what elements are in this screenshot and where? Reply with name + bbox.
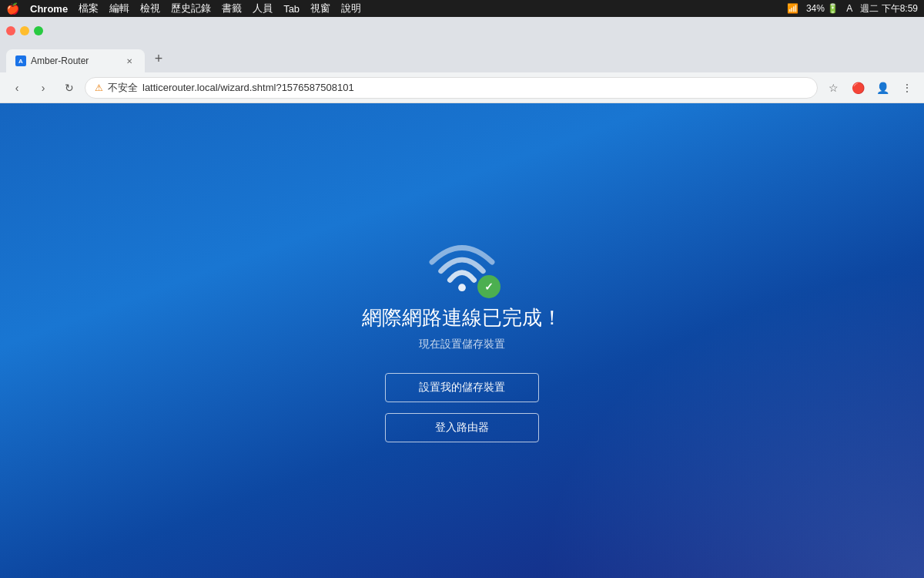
tab-close-button[interactable]: ✕ [123,55,136,67]
menu-window[interactable]: 視窗 [310,2,330,15]
svg-point-0 [458,284,466,291]
menu-edit[interactable]: 編輯 [109,2,129,15]
traffic-lights [6,26,43,35]
menu-history[interactable]: 歷史記錄 [171,2,211,15]
back-button[interactable]: ‹ [6,77,28,99]
forward-button[interactable]: › [32,77,54,99]
insecure-icon: ⚠ [95,82,103,93]
tab-title: Amber-Router [31,55,89,66]
menu-help[interactable]: 說明 [341,2,361,15]
menu-button[interactable]: ⋮ [896,77,918,99]
url-display: latticerouter.local/wizard.shtml?1576587… [142,82,354,93]
wifi-status-icon: 📶 [787,3,798,14]
success-subtitle: 現在設置儲存裝置 [419,338,505,351]
address-input[interactable]: ⚠ 不安全 latticerouter.local/wizard.shtml?1… [85,77,818,99]
browser-content: 網際網路連線已完成！ 現在設置儲存裝置 設置我的儲存裝置 登入路由器 [0,103,924,578]
menu-bar-right: 📶 34% 🔋 A 週二 下午8:59 [787,2,918,15]
menu-people[interactable]: 人員 [253,2,273,15]
success-check-badge [477,275,500,298]
login-router-button[interactable]: 登入路由器 [385,413,539,442]
extension-button[interactable]: 🔴 [847,77,869,99]
menu-tab[interactable]: Tab [283,3,300,15]
insecure-label: 不安全 [108,81,138,95]
address-bar: ‹ › ↻ ⚠ 不安全 latticerouter.local/wizard.s… [0,72,924,103]
tab-bar: A Amber-Router ✕ + [0,45,924,72]
apple-menu[interactable]: 🍎 [6,2,19,15]
bookmark-button[interactable]: ☆ [822,77,844,99]
battery-status: 34% 🔋 [806,3,839,14]
profile-button[interactable]: 👤 [872,77,893,99]
new-tab-button[interactable]: + [148,48,169,69]
datetime-display: 週二 下午8:59 [860,2,918,15]
menu-bookmarks[interactable]: 書籤 [222,2,242,15]
success-card: 網際網路連線已完成！ 現在設置儲存裝置 設置我的儲存裝置 登入路由器 [362,229,562,453]
setup-storage-button[interactable]: 設置我的儲存裝置 [385,373,539,402]
app-name-menu[interactable]: Chrome [30,3,68,15]
accessibility-status: A [846,3,852,14]
chrome-titlebar [0,17,924,45]
menu-bar: 🍎 Chrome 檔案 編輯 檢視 歷史記錄 書籤 人員 Tab 視窗 說明 📶… [0,0,924,17]
success-title: 網際網路連線已完成！ [362,304,562,331]
reload-button[interactable]: ↻ [59,77,80,99]
address-bar-right: ☆ 🔴 👤 ⋮ [822,77,918,99]
minimize-button[interactable] [20,26,29,35]
wifi-success-icon [416,229,508,298]
maximize-button[interactable] [34,26,43,35]
menu-view[interactable]: 檢視 [140,2,160,15]
close-button[interactable] [6,26,15,35]
chrome-window: A Amber-Router ✕ + ‹ › ↻ ⚠ 不安全 latticero… [0,17,924,578]
tab-favicon: A [15,55,26,66]
menu-file[interactable]: 檔案 [79,2,99,15]
browser-tab-amber[interactable]: A Amber-Router ✕ [6,49,145,72]
